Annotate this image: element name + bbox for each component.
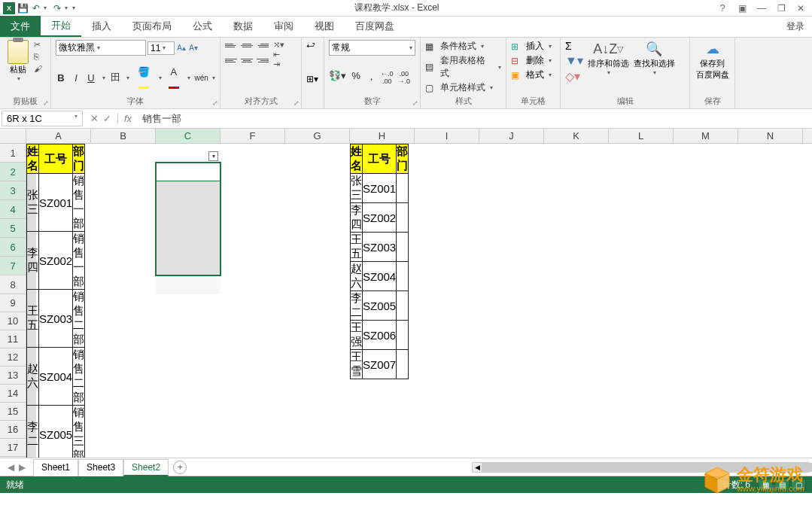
table-cell[interactable]: SZ005 xyxy=(39,406,73,459)
table-row[interactable]: 李二SZ005 xyxy=(351,291,409,321)
table-cell[interactable]: SZ002 xyxy=(363,203,397,233)
col-header-I[interactable]: I xyxy=(415,129,479,143)
table-cell[interactable]: 销售三部 xyxy=(73,406,85,459)
table-cell[interactable]: SZ004 xyxy=(39,348,73,406)
row-header-14[interactable]: 14 xyxy=(0,385,26,403)
select-all-corner[interactable] xyxy=(0,129,26,143)
col-header-N[interactable]: N xyxy=(738,129,803,143)
table-cell[interactable] xyxy=(397,291,409,321)
enter-formula-icon[interactable]: ✓ xyxy=(103,113,111,124)
tab-baidu[interactable]: 百度网盘 xyxy=(345,16,405,37)
add-sheet-button[interactable]: + xyxy=(173,461,187,474)
table-row[interactable]: 李四SZ002销售一部 xyxy=(27,232,85,290)
row-header-12[interactable]: 12 xyxy=(0,348,26,367)
formula-input[interactable]: 销售一部 xyxy=(138,112,181,126)
table-cell[interactable]: SZ002 xyxy=(39,232,73,290)
name-box[interactable]: 6R x 1C▾ xyxy=(2,111,83,126)
login-link[interactable]: 登录 xyxy=(779,17,812,37)
col-header-H[interactable]: H xyxy=(350,129,415,143)
phonetic-button[interactable]: wén xyxy=(195,74,207,82)
col-header-J[interactable]: J xyxy=(479,129,544,143)
table-cell[interactable]: 赵六 xyxy=(351,262,363,291)
table-cell[interactable]: 赵六 xyxy=(27,348,39,406)
table-cell[interactable]: SZ006 xyxy=(363,321,397,350)
fill-button[interactable]: ▼▾ xyxy=(565,53,583,68)
sort-filter-button[interactable]: A↓Z▽ 排序和筛选▾ xyxy=(588,40,629,76)
sheet-tab-Sheet1[interactable]: Sheet1 xyxy=(33,459,78,476)
table-cell[interactable]: 李四 xyxy=(351,203,363,233)
table-left[interactable]: 姓名工号部门张三SZ001销售一部李四SZ002销售一部王五SZ003销售二部赵… xyxy=(26,144,85,458)
col-header-M[interactable]: M xyxy=(674,129,738,143)
help-icon[interactable]: ? xyxy=(716,3,729,14)
border-button[interactable]: 田 xyxy=(110,71,120,84)
hscroll-thumb[interactable] xyxy=(483,463,812,472)
table-cell[interactable]: 王雪 xyxy=(351,350,363,379)
sheet-nav-next-icon[interactable]: ▶ xyxy=(19,462,26,473)
fx-icon[interactable]: fx xyxy=(117,113,138,124)
row-header-6[interactable]: 6 xyxy=(0,238,26,257)
table-header[interactable]: 姓名 xyxy=(351,144,363,174)
font-size-combo[interactable]: 11▾ xyxy=(147,41,175,55)
table-cell[interactable] xyxy=(397,350,409,379)
currency-button[interactable]: 💱▾ xyxy=(329,70,346,85)
conditional-format-button[interactable]: ▦条件格式▾ xyxy=(425,40,501,53)
format-painter-icon[interactable]: 🖌 xyxy=(34,64,46,75)
row-header-17[interactable]: 17 xyxy=(0,439,26,457)
table-cell[interactable]: 销售一部 xyxy=(73,174,85,232)
save-baidu-button[interactable]: ☁ 保存到 百度网盘 xyxy=(695,40,730,81)
row-header-3[interactable]: 3 xyxy=(0,181,26,200)
undo-icon[interactable]: ↶ xyxy=(30,2,42,14)
indent-decrease-button[interactable]: ⇤ xyxy=(273,50,284,59)
table-row[interactable]: 李四SZ002 xyxy=(351,203,409,233)
alignment-buttons[interactable] xyxy=(225,40,269,69)
col-header-B[interactable]: B xyxy=(91,129,156,143)
row-header-4[interactable]: 4 xyxy=(0,200,26,219)
merge-button[interactable]: ⊞▾ xyxy=(306,74,319,84)
row-header-1[interactable]: 1 xyxy=(0,144,26,163)
sheet-tab-Sheet2[interactable]: Sheet2 xyxy=(123,459,169,476)
view-page-layout-icon[interactable]: ▤ xyxy=(774,479,789,491)
table-row[interactable]: 王五SZ003 xyxy=(351,233,409,262)
decrease-decimal-button[interactable]: .00→.0 xyxy=(398,70,411,85)
clipboard-expand-icon[interactable]: ⤢ xyxy=(43,99,49,107)
row-header-5[interactable]: 5 xyxy=(0,219,26,238)
table-right[interactable]: 姓名工号部门张三SZ001李四SZ002王五SZ003赵六SZ004李二SZ00… xyxy=(350,144,409,379)
file-tab[interactable]: 文件 xyxy=(0,16,41,37)
close-icon[interactable]: ✕ xyxy=(794,3,807,14)
font-color-button[interactable]: A xyxy=(166,66,181,89)
sheet-tab-Sheet3[interactable]: Sheet3 xyxy=(78,459,123,476)
number-format-combo[interactable]: 常规▾ xyxy=(329,40,415,56)
row-header-16[interactable]: 16 xyxy=(0,421,26,439)
increase-font-icon[interactable]: A▴ xyxy=(176,43,187,53)
table-cell[interactable]: SZ003 xyxy=(39,290,73,348)
minimize-icon[interactable]: — xyxy=(755,3,768,14)
table-cell[interactable]: 张三 xyxy=(351,174,363,203)
table-cell[interactable] xyxy=(397,321,409,350)
italic-button[interactable]: I xyxy=(71,72,81,84)
table-cell[interactable]: SZ004 xyxy=(363,262,397,291)
tab-formulas[interactable]: 公式 xyxy=(182,16,223,37)
tab-page-layout[interactable]: 页面布局 xyxy=(122,16,182,37)
table-cell[interactable]: 销售二部 xyxy=(73,290,85,348)
col-header-L[interactable]: L xyxy=(609,129,674,143)
percent-button[interactable]: % xyxy=(351,70,361,85)
bold-button[interactable]: B xyxy=(56,72,66,84)
table-cell[interactable]: SZ007 xyxy=(363,350,397,379)
filter-dropdown-icon[interactable]: ▾ xyxy=(208,151,218,161)
number-expand-icon[interactable]: ⤢ xyxy=(412,99,418,107)
table-cell[interactable]: 销售二部 xyxy=(73,348,85,406)
cell-styles-button[interactable]: ▢单元格样式▾ xyxy=(425,81,501,94)
col-header-C[interactable]: C xyxy=(156,129,220,143)
hscroll-track[interactable] xyxy=(482,462,798,473)
indent-increase-button[interactable]: ⇥ xyxy=(273,59,284,69)
wrap-text-button[interactable]: ⮐ xyxy=(306,40,319,50)
redo-dropdown-icon[interactable]: ▾ xyxy=(65,5,71,11)
table-cell[interactable]: 李四 xyxy=(27,232,39,290)
table-header[interactable]: 部门 xyxy=(397,144,409,174)
orientation-button[interactable]: ⤭▾ xyxy=(273,40,284,50)
table-format-button[interactable]: ▤套用表格格式▾ xyxy=(425,54,501,80)
table-row[interactable]: 李二SZ005销售三部 xyxy=(27,406,85,459)
table-row[interactable]: 王五SZ003销售二部 xyxy=(27,290,85,348)
row-header-7[interactable]: 7 xyxy=(0,257,26,275)
table-cell[interactable]: 王五 xyxy=(351,233,363,262)
